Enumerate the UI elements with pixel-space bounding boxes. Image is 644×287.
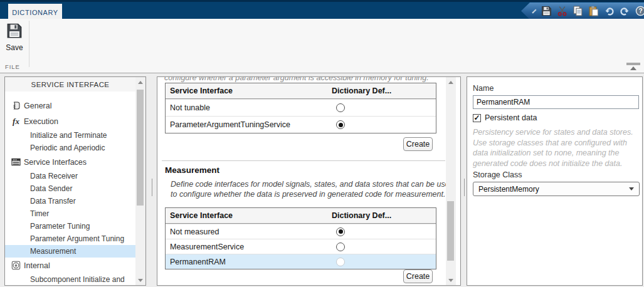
inspector-panel: Name Persistent data Persistency service… [467,76,643,286]
scrollbar-up-icon[interactable] [135,78,145,86]
section-divider [162,160,445,161]
sidebar-item-parameter-argument-tuning[interactable]: Parameter Argument Tuning [5,232,135,245]
radio-button[interactable] [336,120,345,129]
copy-icon[interactable] [573,6,583,17]
paste-icon[interactable] [588,6,599,17]
create-button[interactable]: Create [403,137,433,151]
checkbox-label: Persistent data [485,113,537,122]
sidebar-title: SERVICE INTERFACE [5,77,135,91]
radio-button[interactable] [336,103,345,112]
chevron-down-icon [629,187,634,190]
sidebar-item-service-interfaces[interactable]: Service Interfaces [5,154,135,170]
table-row-permanent-ram[interactable]: PermanentRAM [166,254,436,269]
minimize-ribbon-button[interactable] [625,63,641,71]
column-header-service-interface: Service Interface [166,86,233,95]
save-icon [6,23,23,41]
svg-text:?: ? [638,8,642,14]
sidebar-item-label: Data Transfer [30,197,76,206]
save-icon[interactable] [541,6,552,17]
tab-bar: DICTIONARY ? [0,0,644,19]
row-label: Not tunable [166,103,210,112]
sidebar-item-general[interactable]: General [5,98,135,113]
column-header-dictionary-default: Dictionary Def... [332,86,391,95]
clipped-description-text: configure whether a parameter argument i… [164,76,456,82]
help-icon[interactable]: ? [635,6,644,17]
sidebar-item-label: Parameter Tuning [30,222,90,231]
file-group-label: FILE [5,63,20,70]
save-button-label: Save [6,43,23,52]
name-input[interactable] [473,95,639,109]
create-button[interactable]: Create [403,269,433,283]
undo-icon[interactable] [604,6,615,17]
radio-button[interactable] [336,243,345,251]
name-label: Name [473,84,494,93]
sidebar-item-label: Parameter Argument Tuning [30,234,124,243]
sidebar-item-label: Timer [30,209,49,218]
main-scrollbar[interactable] [446,77,456,285]
tuning-table: Service Interface Dictionary Def... Not … [165,83,436,133]
sidebar-item-label: Execution [24,117,58,126]
sidebar-item-execution[interactable]: fx Execution [5,113,135,129]
scrollbar-thumb[interactable] [447,201,454,261]
sidebar-item-data-receiver[interactable]: Data Receiver [5,170,135,182]
save-button[interactable]: Save [3,23,26,56]
radio-button[interactable] [336,227,345,236]
app-window: DICTIONARY ? [0,0,644,287]
sidebar-item-label: Periodic and Aperiodic [30,144,105,152]
row-label: Not measured [166,227,219,236]
sidebar-item-timer[interactable]: Timer [5,207,135,220]
column-header-dictionary-default: Dictionary Def... [332,211,391,220]
main-panel: configure whether a parameter argument i… [157,76,461,286]
cut-icon[interactable] [557,6,567,17]
sidebar-item-periodic-and-aperiodic[interactable]: Periodic and Aperiodic [5,142,135,154]
sidebar-item-label: Measurement [30,247,76,256]
scrollbar-up-icon[interactable] [446,78,456,86]
dropdown-value: PersistentMemory [478,185,539,194]
sidebar-item-measurement[interactable]: Measurement [5,245,135,258]
sidebar-item-label: Data Receiver [30,172,78,180]
scrollbar-down-icon[interactable] [446,276,456,284]
panel-splitter-right[interactable] [461,76,467,286]
sidebar-panel: SERVICE INTERFACE General fx Execution I… [4,76,146,286]
table-row-not-measured[interactable]: Not measured [166,224,436,239]
sidebar-item-initialize-and-terminate[interactable]: Initialize and Terminate [5,129,135,142]
storage-class-dropdown[interactable]: PersistentMemory [473,182,640,196]
internal-icon [11,260,21,271]
sidebar-item-data-sender[interactable]: Data Sender [5,182,135,195]
ribbon-group-separator [29,21,29,67]
minimize-ribbon-bar [626,63,640,65]
sidebar-item-label: Subcomponent Initialize and [30,275,125,284]
table-icon [11,157,21,167]
panel-splitter-left[interactable] [146,76,157,286]
measurement-section-title: Measurement [165,165,219,175]
row-label: ParameterArgumentTuningService [166,120,290,129]
sidebar-scrollbar[interactable] [135,77,145,285]
row-label: MeasurementService [166,243,244,251]
redo-icon[interactable] [620,6,630,17]
chevron-left-icon[interactable] [532,9,536,13]
scrollbar-down-icon[interactable] [135,276,145,284]
table-header-row: Service Interface Dictionary Def... [166,83,436,99]
quick-access-toolbar: ? [519,3,644,19]
table-row-not-tunable[interactable]: Not tunable [166,99,436,116]
persistency-description: Persistency service for states and data … [473,127,640,169]
sidebar-item-subcomponent-initialize[interactable]: Subcomponent Initialize and [5,273,135,286]
sidebar-item-label: Internal [24,261,50,270]
scrollbar-thumb[interactable] [137,90,144,206]
sidebar-item-data-transfer[interactable]: Data Transfer [5,195,135,207]
sidebar-item-parameter-tuning[interactable]: Parameter Tuning [5,220,135,232]
checkbox[interactable] [473,114,481,122]
chevron-up-icon [630,66,636,70]
persistent-data-checkbox-row[interactable]: Persistent data [473,113,537,122]
radio-button[interactable] [336,258,345,266]
table-row-measurement-service[interactable]: MeasurementService [166,239,436,254]
table-row-parameter-argument-tuning-service[interactable]: ParameterArgumentTuningService [166,116,436,133]
sidebar-item-label: Initialize and Terminate [30,131,107,140]
table-header-row: Service Interface Dictionary Def... [166,208,436,224]
sidebar-item-internal[interactable]: Internal [5,258,135,273]
component-icon [11,100,21,111]
measurement-section-description: Define code interfaces for model signals… [171,179,456,199]
storage-class-label: Storage Class [473,170,522,179]
row-label: PermanentRAM [166,258,226,266]
tab-dictionary[interactable]: DICTIONARY [8,4,62,21]
